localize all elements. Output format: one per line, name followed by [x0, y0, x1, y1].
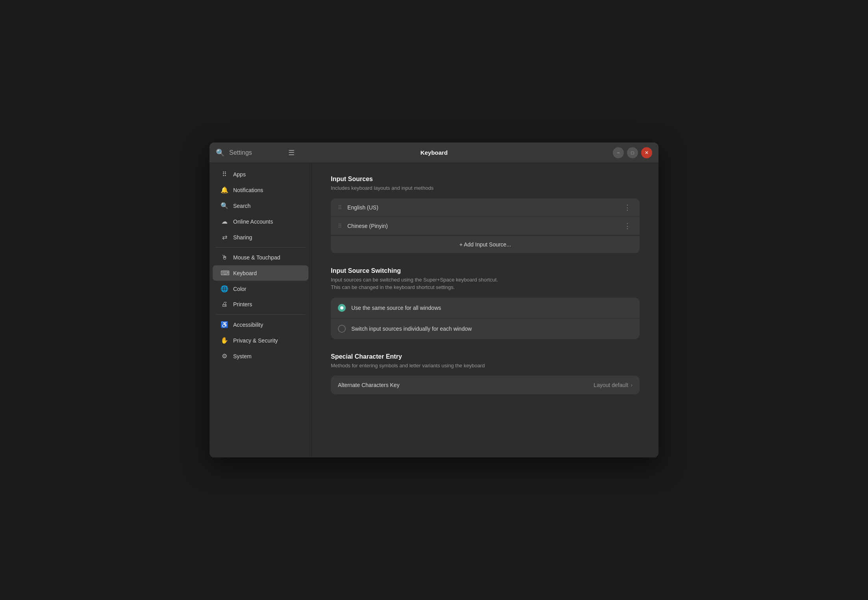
radio-same-source-label: Use the same source for all windows [351, 305, 441, 311]
window-controls: − □ ✕ [613, 147, 652, 158]
sidebar-item-label: Privacy & Security [233, 337, 278, 344]
alternate-chars-current-value: Layout default [594, 382, 628, 388]
alternate-chars-item[interactable]: Alternate Characters Key Layout default … [331, 376, 640, 394]
menu-icon[interactable]: ☰ [288, 148, 295, 157]
sidebar-item-label: System [233, 353, 252, 359]
special-char-desc: Methods for entering symbols and letter … [331, 362, 640, 370]
minimize-button[interactable]: − [613, 147, 624, 158]
input-source-chinese-name: Chinese (Pinyin) [347, 223, 622, 229]
app-title: Settings [229, 149, 252, 156]
sidebar-item-label: Notifications [233, 187, 263, 193]
apps-icon: ⠿ [221, 170, 228, 178]
sidebar-divider-2 [216, 314, 305, 315]
alternate-chars-value[interactable]: Layout default › [594, 382, 632, 388]
chevron-right-icon: › [631, 382, 632, 388]
sidebar-item-label: Online Accounts [233, 219, 273, 225]
switching-options-card: Use the same source for all windows Swit… [331, 298, 640, 339]
sidebar-item-label: Search [233, 203, 250, 209]
titlebar-left: 🔍 Settings ☰ [216, 148, 295, 157]
sidebar-item-accessibility[interactable]: ♿ Accessibility [213, 317, 308, 332]
main-content: Input Sources Includes keyboard layouts … [312, 163, 658, 457]
sidebar: ⠿ Apps 🔔 Notifications 🔍 Search ☁ Online… [210, 163, 312, 457]
switching-desc: Input sources can be switched using the … [331, 276, 640, 291]
accessibility-icon: ♿ [221, 321, 228, 328]
sidebar-item-privacy-security[interactable]: ✋ Privacy & Security [213, 333, 308, 348]
sidebar-item-search[interactable]: 🔍 Search [213, 198, 308, 213]
sidebar-item-sharing[interactable]: ⇄ Sharing [213, 230, 308, 245]
alternate-chars-name: Alternate Characters Key [338, 382, 399, 388]
system-icon: ⚙ [221, 352, 228, 360]
sidebar-item-system[interactable]: ⚙ System [213, 348, 308, 364]
input-sources-card: ⠿ English (US) ⋮ ⠿ Chinese (Pinyin) ⋮ + … [331, 198, 640, 253]
maximize-button[interactable]: □ [627, 147, 638, 158]
sidebar-item-label: Keyboard [233, 270, 257, 276]
add-input-source-button[interactable]: + Add Input Source... [331, 235, 640, 253]
privacy-security-icon: ✋ [221, 337, 228, 344]
sidebar-item-notifications[interactable]: 🔔 Notifications [213, 182, 308, 198]
input-sources-title: Input Sources [331, 176, 640, 183]
search-icon[interactable]: 🔍 [216, 148, 224, 157]
sidebar-item-apps[interactable]: ⠿ Apps [213, 167, 308, 182]
titlebar: 🔍 Settings ☰ Keyboard − □ ✕ [210, 143, 658, 163]
input-source-chinese-menu[interactable]: ⋮ [622, 222, 632, 230]
sidebar-item-online-accounts[interactable]: ☁ Online Accounts [213, 214, 308, 229]
sidebar-item-label: Color [233, 286, 246, 292]
color-icon: 🌐 [221, 285, 228, 293]
printers-icon: 🖨 [221, 301, 228, 308]
online-accounts-icon: ☁ [221, 218, 228, 225]
input-sources-section: Input Sources Includes keyboard layouts … [331, 176, 640, 253]
radio-individual-label: Switch input sources individually for ea… [351, 326, 472, 332]
input-source-english-menu[interactable]: ⋮ [622, 204, 632, 211]
close-button[interactable]: ✕ [641, 147, 652, 158]
sidebar-item-label: Mouse & Touchpad [233, 254, 280, 261]
sidebar-item-color[interactable]: 🌐 Color [213, 281, 308, 296]
keyboard-icon: ⌨ [221, 269, 228, 277]
input-source-english: ⠿ English (US) ⋮ [331, 198, 640, 217]
sidebar-item-label: Printers [233, 301, 252, 307]
sidebar-item-mouse-touchpad[interactable]: 🖱 Mouse & Touchpad [213, 250, 308, 265]
notifications-icon: 🔔 [221, 186, 228, 194]
app-window: 🔍 Settings ☰ Keyboard − □ ✕ ⠿ Apps 🔔 Not… [210, 143, 658, 457]
input-source-chinese: ⠿ Chinese (Pinyin) ⋮ [331, 217, 640, 235]
sidebar-item-keyboard[interactable]: ⌨ Keyboard [213, 265, 308, 281]
sharing-icon: ⇄ [221, 233, 228, 241]
special-char-title: Special Character Entry [331, 353, 640, 360]
switching-title: Input Source Switching [331, 267, 640, 274]
sidebar-item-printers[interactable]: 🖨 Printers [213, 297, 308, 312]
drag-handle-english[interactable]: ⠿ [338, 204, 342, 211]
radio-same-source[interactable]: Use the same source for all windows [331, 298, 640, 319]
sidebar-item-label: Sharing [233, 234, 252, 241]
input-source-switching-section: Input Source Switching Input sources can… [331, 267, 640, 339]
sidebar-item-label: Apps [233, 171, 246, 178]
content-area: ⠿ Apps 🔔 Notifications 🔍 Search ☁ Online… [210, 163, 658, 457]
sidebar-divider-1 [216, 247, 305, 248]
input-source-english-name: English (US) [347, 204, 622, 211]
sidebar-item-label: Accessibility [233, 322, 263, 328]
drag-handle-chinese[interactable]: ⠿ [338, 223, 342, 229]
special-char-section: Special Character Entry Methods for ente… [331, 353, 640, 395]
radio-same-source-circle [338, 304, 346, 312]
mouse-touchpad-icon: 🖱 [221, 254, 228, 261]
input-sources-desc: Includes keyboard layouts and input meth… [331, 184, 640, 192]
radio-individual-circle [338, 325, 346, 333]
window-title: Keyboard [420, 149, 447, 156]
search-sidebar-icon: 🔍 [221, 202, 228, 209]
radio-individual[interactable]: Switch input sources individually for ea… [331, 319, 640, 339]
